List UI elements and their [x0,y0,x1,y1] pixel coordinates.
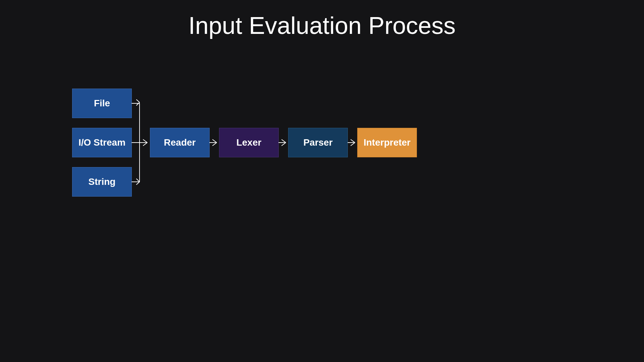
box-label-lexer: Lexer [236,137,262,148]
box-reader: Reader [150,128,210,157]
box-file: File [72,89,132,118]
box-label-iostream: I/O Stream [78,137,125,148]
box-string: String [72,167,132,197]
arrow-5 [348,140,355,146]
box-label-string: String [89,176,116,187]
arrow-2 [132,143,140,185]
box-lexer: Lexer [219,128,279,157]
arrow-3 [210,140,217,146]
box-label-reader: Reader [164,137,196,148]
box-label-file: File [94,98,110,109]
box-interpreter: Interpreter [357,128,417,157]
box-iostream: I/O Stream [72,128,132,157]
arrow-1 [132,140,147,146]
box-label-interpreter: Interpreter [364,137,411,148]
box-label-parser: Parser [303,137,332,148]
arrow-4 [279,140,286,146]
box-parser: Parser [288,128,348,157]
arrow-0 [132,100,140,143]
diagram-title: Input Evaluation Process [0,12,644,39]
